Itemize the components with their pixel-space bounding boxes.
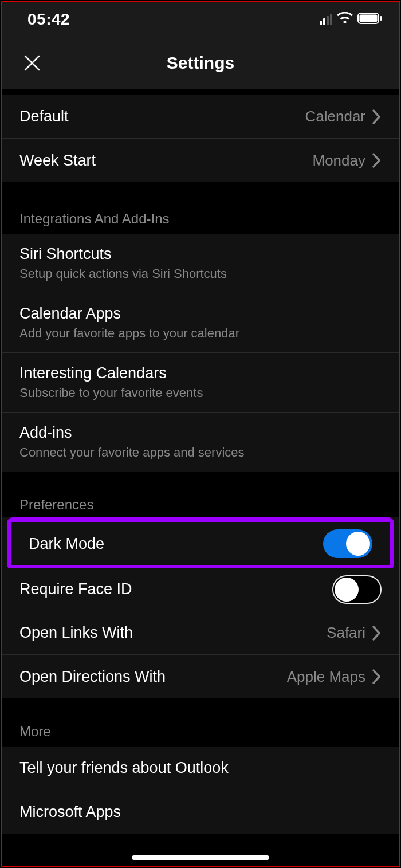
row-default[interactable]: Default Calendar xyxy=(2,95,399,139)
cellular-signal-icon xyxy=(320,14,332,25)
section-header-more: More xyxy=(2,698,399,747)
chevron-right-icon xyxy=(371,625,382,642)
close-button[interactable] xyxy=(19,50,45,76)
section-header-integrations: Integrations And Add-Ins xyxy=(2,182,399,234)
chevron-right-icon xyxy=(371,152,382,169)
row-open-directions[interactable]: Open Directions With Apple Maps xyxy=(2,655,399,698)
dark-mode-toggle[interactable] xyxy=(323,529,372,558)
row-label: Siri Shortcuts xyxy=(19,245,227,263)
svg-rect-1 xyxy=(360,15,378,22)
row-label: Open Links With xyxy=(19,624,133,642)
row-sublabel: Connect your favorite apps and services xyxy=(19,445,245,460)
row-label: Calendar Apps xyxy=(19,305,239,323)
home-indicator[interactable] xyxy=(132,855,269,860)
row-sublabel: Setup quick actions via Siri Shortcuts xyxy=(19,266,227,281)
row-value: Safari xyxy=(327,624,365,642)
face-id-toggle[interactable] xyxy=(332,575,382,604)
row-label: Require Face ID xyxy=(19,580,132,598)
dark-mode-highlight: Dark Mode xyxy=(7,517,394,570)
status-time: 05:42 xyxy=(27,10,70,29)
row-addins[interactable]: Add-ins Connect your favorite apps and s… xyxy=(2,413,399,472)
row-label: Tell your friends about Outlook xyxy=(19,759,229,777)
row-label: Week Start xyxy=(19,152,96,170)
chevron-right-icon xyxy=(371,108,382,125)
status-bar: 05:42 xyxy=(2,2,399,37)
row-label: Microsoft Apps xyxy=(19,803,121,821)
row-sublabel: Add your favorite apps to your calendar xyxy=(19,326,239,341)
row-face-id[interactable]: Require Face ID xyxy=(2,568,399,611)
row-label: Interesting Calendars xyxy=(19,364,203,382)
wifi-icon xyxy=(337,12,353,27)
row-microsoft-apps[interactable]: Microsoft Apps xyxy=(2,790,399,834)
row-label: Open Directions With xyxy=(19,668,166,686)
row-week-start[interactable]: Week Start Monday xyxy=(2,139,399,182)
svg-rect-2 xyxy=(380,16,382,21)
row-sublabel: Subscribe to your favorite events xyxy=(19,386,203,400)
chevron-right-icon xyxy=(371,668,382,685)
row-siri-shortcuts[interactable]: Siri Shortcuts Setup quick actions via S… xyxy=(2,234,399,293)
close-icon xyxy=(23,54,41,72)
row-label: Add-ins xyxy=(19,424,245,442)
row-dark-mode[interactable]: Dark Mode xyxy=(11,522,390,565)
row-interesting-calendars[interactable]: Interesting Calendars Subscribe to your … xyxy=(2,353,399,413)
row-tell-friends[interactable]: Tell your friends about Outlook xyxy=(2,747,399,790)
page-title: Settings xyxy=(167,53,234,73)
nav-bar: Settings xyxy=(2,37,399,89)
row-label: Default xyxy=(19,108,69,125)
row-calendar-apps[interactable]: Calendar Apps Add your favorite apps to … xyxy=(2,293,399,353)
row-value: Monday xyxy=(313,152,366,170)
row-value: Calendar xyxy=(305,108,365,125)
row-label: Dark Mode xyxy=(29,535,104,553)
battery-icon xyxy=(357,12,383,27)
section-header-preferences: Preferences xyxy=(2,472,399,520)
row-value: Apple Maps xyxy=(287,668,365,686)
row-open-links[interactable]: Open Links With Safari xyxy=(2,611,399,655)
